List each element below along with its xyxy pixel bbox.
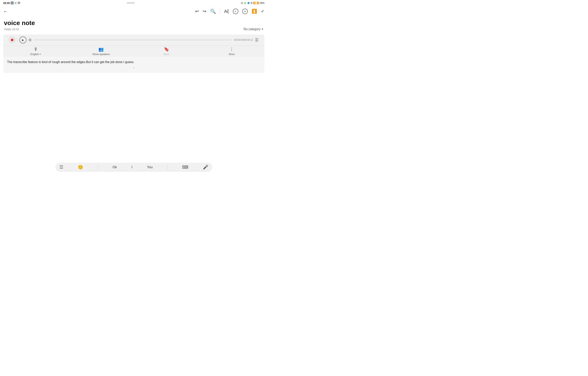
keyboard-suggestion-bar: ☰ 🙂 Ok I You ⌨ 🎤: [55, 163, 212, 172]
audio-menu-button[interactable]: ☰: [255, 38, 258, 42]
more-label: More: [229, 53, 235, 56]
audio-controls: ▶ 00:00:00/00:00:12 ☰: [6, 34, 261, 45]
back-button[interactable]: ←: [3, 9, 8, 14]
mark-button[interactable]: 🔖 Mark: [134, 46, 199, 57]
add-button[interactable]: +: [242, 9, 248, 14]
mark-label: Mark: [164, 53, 169, 56]
speakers-label: Show speakers: [92, 53, 110, 56]
category-selector[interactable]: No category ▼: [244, 27, 264, 31]
keyboard-divider-1: [98, 165, 98, 170]
language-label: English: [30, 53, 39, 56]
mark-icon: 🔖: [164, 47, 169, 52]
status-bar-left: 15:19 🅂 G 🛡: [3, 1, 20, 4]
play-icon: ▶: [22, 38, 24, 42]
category-label: No category: [244, 27, 260, 31]
screenshot-icon: ⊡: [241, 2, 243, 4]
suggestion-word-2[interactable]: I: [131, 165, 132, 169]
language-selector[interactable]: 🎙 English ▼: [3, 46, 68, 57]
note-title: voice note: [4, 19, 264, 27]
progress-bar[interactable]: [33, 40, 232, 40]
time-display: 15:19: [3, 1, 10, 4]
undo-button[interactable]: ↩: [195, 9, 199, 14]
drag-handle-top: [127, 2, 135, 3]
progress-thumb[interactable]: [28, 38, 32, 42]
search-button[interactable]: 🔍: [210, 9, 216, 14]
audio-progress-container: [28, 38, 232, 42]
transcription-text: The transcribe feature is kind of rough …: [7, 60, 260, 65]
language-icon: 🎙: [34, 47, 38, 52]
format-text-button[interactable]: Aξ: [224, 9, 229, 14]
toolbar-divider-1: [220, 9, 220, 14]
microphone-icon[interactable]: 🎤: [203, 165, 208, 170]
collapse-button-wrapper: ⌃: [7, 67, 260, 70]
play-button[interactable]: ▶: [19, 36, 26, 43]
wifi-icon: 📶: [253, 2, 256, 4]
toolbar-left: ←: [3, 9, 8, 14]
signal-icon: 📶: [257, 2, 259, 4]
battery-label: 56%: [260, 2, 264, 4]
hamburger-menu-icon[interactable]: ☰: [59, 165, 63, 170]
collapse-icon[interactable]: ⌃: [132, 67, 135, 70]
language-label-wrapper: English ▼: [30, 53, 41, 56]
audio-player: ▶ 00:00:00/00:00:12 ☰ 🎙 English ▼ 👥 Show…: [3, 34, 264, 57]
transcribe-toolbar: 🎙 English ▼ 👥 Show speakers 🔖 Mark ⋮ Mor…: [3, 45, 264, 57]
bluetooth-icon: 🔷: [247, 2, 250, 4]
suggestion-word-1[interactable]: Ok: [113, 165, 117, 169]
note-meta: Today 15:16 No category ▼: [4, 27, 264, 31]
note-date: Today 15:16: [4, 28, 19, 31]
main-content-area: [0, 73, 267, 147]
samsung-icon: 🅂: [11, 1, 13, 4]
keyboard-divider-2: [167, 165, 167, 170]
main-toolbar: ← ↩ ↪ 🔍 Aξ ✓ + ⏫ ✓: [0, 6, 267, 17]
status-bar-right: ⊡ 🔋 🔷 N 📶 📶 56%: [241, 2, 264, 4]
check-circle-button[interactable]: ✓: [233, 9, 238, 14]
language-dropdown-arrow: ▼: [39, 53, 41, 55]
transcription-section: The transcribe feature is kind of rough …: [3, 57, 264, 73]
speakers-icon: 👥: [98, 47, 104, 52]
done-button[interactable]: ✓: [261, 9, 264, 14]
suggestion-word-3[interactable]: You: [147, 165, 153, 169]
battery-charge-icon: 🔋: [244, 2, 246, 4]
show-speakers-button[interactable]: 👥 Show speakers: [68, 46, 134, 57]
google-icon: G: [14, 1, 16, 4]
waveform-button[interactable]: ⏫: [252, 9, 257, 14]
more-button[interactable]: ⋮ More: [199, 46, 264, 57]
redo-button[interactable]: ↪: [203, 9, 206, 14]
status-bar: 15:19 🅂 G 🛡 ⊡ 🔋 🔷 N 📶 📶 56%: [0, 0, 267, 6]
more-icon: ⋮: [230, 47, 234, 52]
nfc-icon: N: [251, 2, 252, 4]
audio-time-display: 00:00:00/00:00:12: [234, 39, 253, 41]
record-dot: [11, 39, 13, 41]
emoji-icon[interactable]: 🙂: [78, 165, 83, 170]
note-header: voice note Today 15:16 No category ▼: [0, 17, 267, 32]
keyboard-layout-icon[interactable]: ⌨: [182, 165, 188, 170]
record-button[interactable]: [9, 37, 15, 43]
category-dropdown-arrow: ▼: [261, 28, 264, 31]
toolbar-right: ↩ ↪ 🔍 Aξ ✓ + ⏫ ✓: [195, 9, 264, 14]
shield-icon: 🛡: [18, 1, 20, 4]
